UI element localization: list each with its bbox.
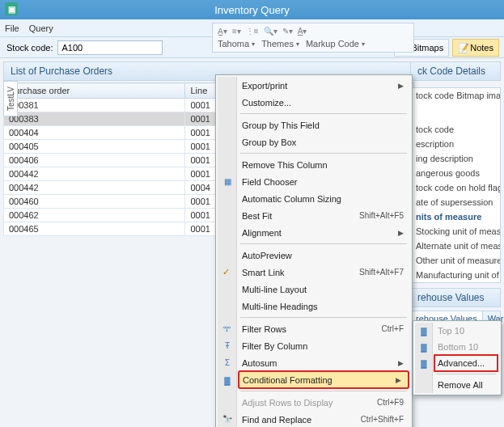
list-item[interactable]: Manufacturing unit of <box>411 268 500 282</box>
menu-query[interactable]: Query <box>29 23 53 33</box>
submenu-bottom10: ▓Bottom 10 <box>415 339 499 355</box>
font-size-icon[interactable]: A̲▾ <box>218 27 227 36</box>
app-icon: ▣ <box>5 2 18 15</box>
bitmap-note: tock code Bitmap imag <box>411 88 500 103</box>
themes-dropdown[interactable]: Themes <box>261 39 299 49</box>
list-item[interactable]: tock code <box>411 122 500 137</box>
font-dropdown[interactable]: Tahoma <box>218 39 255 49</box>
list-item[interactable]: Stocking unit of meas <box>411 224 500 239</box>
stock-details-list: tock code Bitmap imag tock codeescriptio… <box>410 87 501 283</box>
submenu-advanced[interactable]: ▓Advanced... <box>434 355 498 371</box>
list-item[interactable]: ing description <box>411 151 500 166</box>
submenu-top10: ▓Top 10 <box>415 323 499 339</box>
menu-smart-link[interactable]: ✓Smart LinkShift+Alt+F7 <box>218 264 410 281</box>
list-item[interactable]: escription <box>411 137 500 151</box>
menu-auto-size[interactable]: Automatic Column Sizing <box>218 190 410 207</box>
binoculars-icon: 🔭 <box>222 413 233 425</box>
menu-remove-column[interactable]: Remove This Column <box>218 156 410 173</box>
list-item[interactable]: nits of measure <box>411 209 500 224</box>
format-toolbar: A̲▾ ≡▾ ⋮≡ 🔍▾ ✎▾ A▾ Tahoma Themes Markup … <box>212 23 414 53</box>
find-icon[interactable]: 🔍▾ <box>264 27 277 36</box>
list-item[interactable]: angerous goods <box>411 166 500 180</box>
menu-autosum[interactable]: ΣAutosum▶ <box>218 354 410 371</box>
indent-icon[interactable]: ≡▾ <box>232 27 241 36</box>
bottom10-icon: ▓ <box>418 341 430 353</box>
menu-group-box[interactable]: Group by Box <box>218 133 410 150</box>
right-pane: ck Code Details tock code Bitmap imag to… <box>410 61 501 357</box>
menu-adjust-rows: Adjust Rows to DisplayCtrl+F9 <box>218 394 410 411</box>
font-color-icon[interactable]: A▾ <box>298 27 307 36</box>
advanced-icon: ▓ <box>418 357 430 369</box>
menu-best-fit[interactable]: Best FitShift+Alt+F5 <box>218 207 410 224</box>
menu-conditional-formatting[interactable]: ▓Conditional Formatting▶ <box>239 371 409 388</box>
menu-export[interactable]: Export/print▶ <box>218 77 410 94</box>
highlight-icon[interactable]: ✎▾ <box>282 27 293 36</box>
warehouse-title: rehouse Values <box>410 288 501 307</box>
filter-icon: 🝖 <box>222 323 233 334</box>
condfmt-icon: ▓ <box>222 374 233 386</box>
window-title: Inventory Query <box>214 4 290 16</box>
menu-find-replace[interactable]: 🔭Find and ReplaceCtrl+Shift+F <box>218 411 410 427</box>
testlv-tab[interactable]: TestLV <box>3 81 18 116</box>
notes-button[interactable]: 📝 Notes <box>452 39 499 57</box>
condfmt-submenu: ▓Top 10 ▓Bottom 10 ▓Advanced... Remove A… <box>413 320 502 395</box>
menu-multiline-layout[interactable]: Multi-line Layout <box>218 281 410 298</box>
column-context-menu: Export/print▶ Customize... Group by This… <box>215 74 413 427</box>
filter-col-icon: Ŧ <box>222 340 233 351</box>
list-item[interactable]: Alternate unit of meas <box>411 239 500 253</box>
note-icon: 📝 <box>458 43 468 53</box>
menu-filter-rows[interactable]: 🝖Filter RowsCtrl+F <box>218 320 410 337</box>
menu-field-chooser[interactable]: ▦Field Chooser <box>218 173 410 190</box>
menu-alignment[interactable]: Alignment▶ <box>218 224 410 241</box>
check-icon: ✓ <box>222 267 230 277</box>
menu-filter-column[interactable]: ŦFilter By Column <box>218 337 410 354</box>
list-item[interactable]: tock code on hold flag <box>411 180 500 195</box>
title-bar: ▣ Inventory Query <box>0 0 504 19</box>
grid-icon: ▦ <box>222 175 233 187</box>
stock-code-input[interactable] <box>57 40 163 55</box>
list-item[interactable]: ate of supersession <box>411 195 500 209</box>
top10-icon: ▓ <box>418 325 430 336</box>
stock-details-title: ck Code Details <box>410 61 501 81</box>
sum-icon: Σ <box>222 357 233 368</box>
list-icon[interactable]: ⋮≡ <box>246 27 259 36</box>
submenu-remove-all[interactable]: Remove All <box>415 377 499 393</box>
stock-code-label: Stock code: <box>6 43 53 53</box>
menu-group-field[interactable]: Group by This Field <box>218 116 410 133</box>
list-item[interactable]: Other unit of measure <box>411 253 500 268</box>
menu-customize[interactable]: Customize... <box>218 94 410 111</box>
menu-multiline-headings[interactable]: Multi-line Headings <box>218 298 410 315</box>
col-header[interactable]: Purchase order <box>4 83 185 99</box>
menu-file[interactable]: File <box>5 23 19 33</box>
markup-dropdown[interactable]: Markup Code <box>306 39 365 49</box>
menu-autopreview[interactable]: AutoPreview <box>218 247 410 264</box>
